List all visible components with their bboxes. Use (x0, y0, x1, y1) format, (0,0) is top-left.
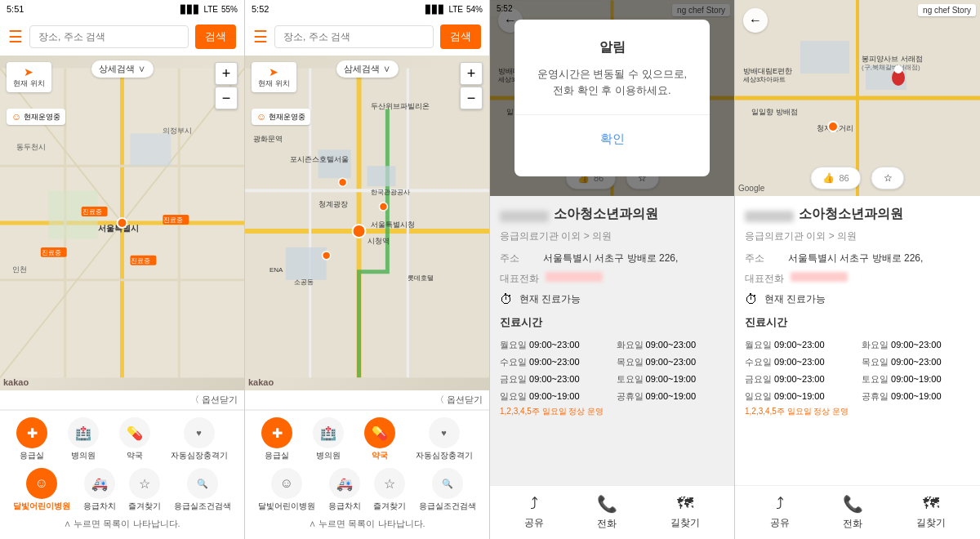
clinic-btn-1[interactable]: 🏥 병의원 (68, 417, 99, 461)
favorites-label-1: 즐겨찾기 (128, 501, 161, 512)
google-logo-4: Google (738, 184, 764, 193)
pharmacy-btn-2[interactable]: 💊 약국 (364, 417, 395, 461)
child-hospital-icon-2: ☺ (271, 468, 302, 499)
favorites-btn-1[interactable]: ☆ 즐겨찾기 (128, 468, 161, 512)
pharmacy-label-1: 약국 (127, 450, 143, 461)
ambulance-icon-1: 🚑 (84, 468, 115, 499)
time-1: 5:51 (7, 4, 24, 14)
svg-text:일일향 방배점: 일일향 방배점 (751, 108, 798, 116)
map-actions-4: 👍 86 ☆ (810, 167, 904, 189)
clinic-type-3: 응급의료기관 이외 > 의원 (500, 229, 724, 243)
zoom-in-1[interactable]: + (215, 62, 238, 85)
phone-row-4: 대표전화 (745, 272, 970, 286)
svg-point-45 (339, 178, 347, 186)
svg-text:진료중: 진료중 (42, 249, 61, 256)
current-location-label-1: 현재 위치 (13, 78, 45, 89)
directions-btn-4[interactable]: 🗺 길찾기 (916, 494, 946, 531)
time-2: 5:52 (252, 4, 269, 14)
bookmark-btn-4[interactable]: ☆ (871, 167, 905, 189)
like-btn-4[interactable]: 👍 86 (810, 167, 861, 189)
map-area-2[interactable]: 두산위브파빌리온 포시즌스호텔서울 서울특별시청 청계광장 한국관광공사 ENA… (245, 56, 489, 390)
battery-icon-2: 54% (466, 5, 483, 14)
pharmacy-btn-1[interactable]: 💊 약국 (119, 417, 150, 461)
svg-text:진료중: 진료중 (82, 208, 102, 216)
status-bar-1: 5:51 ▊▊▊ LTE 55% (0, 0, 244, 18)
ambulance-label-1: 응급차치 (83, 501, 116, 512)
hamburger-icon-1[interactable]: ☰ (8, 27, 23, 47)
clinic-name-blurred-3 (500, 211, 549, 222)
aed-btn-2[interactable]: ♥ 자동심장충격기 (416, 417, 473, 461)
schedule-grid-4: 월요일 09:00~23:00 화요일 09:00~23:00 수요일 09:0… (745, 336, 970, 403)
back-btn-4[interactable]: ← (743, 8, 768, 33)
map-area-1[interactable]: 동두천시 의정부시 서울특별시 인천 진료중 진료중 진료중 진료중 상세검색 … (0, 56, 244, 390)
alert-confirm-btn-3[interactable]: 확인 (531, 122, 693, 157)
ambulance-btn-2[interactable]: 🚑 응급차치 (328, 468, 361, 512)
options-bar-1[interactable]: 〈 옵션닫기 (0, 390, 244, 410)
search-button-2[interactable]: 검색 (440, 24, 481, 49)
favorites-label-2: 즐겨찾기 (373, 501, 406, 512)
emergency-filter-btn-2[interactable]: 🔍 응급실조건검색 (419, 468, 476, 512)
like-count-4: 86 (839, 173, 849, 183)
share-btn-3[interactable]: ⤴ 공유 (524, 494, 544, 531)
schedule-row-thu-3: 목요일 09:00~23:00 (617, 354, 725, 368)
schedule-row-mon-3: 월요일 09:00~23:00 (500, 336, 608, 351)
zoom-out-1[interactable]: − (215, 87, 238, 109)
location-btn-2[interactable]: ➤ 현재 위치 (252, 62, 296, 92)
address-row-4: 주소 서울특별시 서초구 방배로 226, (745, 252, 970, 265)
svg-point-75 (828, 122, 838, 131)
clinic-label-2: 병의원 (316, 450, 341, 461)
svg-text:세상3차아파트: 세상3차아파트 (743, 76, 786, 83)
child-hospital-icon-1: ☺ (26, 468, 57, 499)
zoom-out-2[interactable]: − (460, 87, 483, 109)
detail-search-btn-2[interactable]: 삼세검색 ∨ (336, 60, 398, 78)
search-button-1[interactable]: 검색 (195, 24, 236, 49)
schedule-grid-3: 월요일 09:00~23:00 화요일 09:00~23:00 수요일 09:0… (500, 336, 724, 403)
clinic-name-3: 소아청소년과의원 (554, 206, 658, 223)
call-btn-4[interactable]: 📞 전화 (843, 494, 863, 531)
available-row-4: ⏱ 현재 진료가능 (745, 292, 970, 307)
svg-rect-33 (286, 247, 327, 280)
bottom-actions-4: ⤴ 공유 📞 전화 🗺 길찾기 (735, 485, 980, 539)
favorites-icon-2: ☆ (374, 468, 405, 499)
search-input-1[interactable] (29, 25, 189, 48)
schedule-note-4: 1,2,3,4,5주 일요일 정상 운영 (745, 406, 970, 417)
chef-story-label-4: ng chef Story (918, 4, 976, 16)
location-btn-1[interactable]: ➤ 현재 위치 (7, 62, 51, 92)
clinic-btn-2[interactable]: 🏥 병의원 (313, 417, 344, 461)
options-hide-2[interactable]: 〈 옵션닫기 (435, 394, 483, 404)
svg-rect-11 (130, 133, 171, 166)
directions-btn-3[interactable]: 🗺 길찾기 (670, 494, 700, 531)
ambulance-btn-1[interactable]: 🚑 응급차치 (83, 468, 116, 512)
clinic-name-blurred-4 (745, 211, 794, 222)
options-hide-1[interactable]: 〈 옵션닫기 (190, 394, 238, 404)
aed-btn-1[interactable]: ♥ 자동심장충격기 (171, 417, 228, 461)
directions-icon-3: 🗺 (677, 494, 693, 513)
schedule-row-wed-3: 수요일 09:00~23:00 (500, 354, 608, 368)
emergency-room-btn-2[interactable]: ✚ 응급실 (261, 417, 292, 461)
child-hospital-btn-1[interactable]: ☺ 달빛어린이병원 (13, 468, 70, 512)
svg-text:소공동: 소공동 (294, 278, 314, 286)
bottom-row2-2: ☺ 달빛어린이병원 🚑 응급차치 ☆ 즐겨찾기 🔍 응급실조건검색 (252, 468, 483, 512)
child-hospital-btn-2[interactable]: ☺ 달빛어린이병원 (258, 468, 315, 512)
hamburger-icon-2[interactable]: ☰ (253, 27, 268, 47)
slide-hint-1: ∧ 누르면 목록이 나타납니다. (7, 515, 238, 532)
emergency-filter-btn-1[interactable]: 🔍 응급실조건검색 (174, 468, 231, 512)
favorites-btn-2[interactable]: ☆ 즐겨찾기 (373, 468, 406, 512)
options-bar-2[interactable]: 〈 옵션닫기 (245, 390, 489, 410)
available-badge-3: 현재 진료가능 (519, 292, 581, 306)
svg-text:(구,북채갈비서래점): (구,북채갈비서래점) (862, 64, 920, 71)
svg-text:한국관광공사: 한국관광공사 (371, 189, 410, 196)
wifi-icon-1: LTE (203, 5, 218, 14)
share-btn-4[interactable]: ⤴ 공유 (770, 494, 790, 531)
aed-label-2: 자동심장충격기 (416, 450, 473, 461)
phone-icon-4: 📞 (843, 494, 863, 514)
child-hospital-label-2: 달빛어린이병원 (258, 501, 315, 512)
directions-label-4: 길찾기 (916, 516, 946, 530)
search-input-2[interactable] (274, 25, 434, 48)
call-btn-3[interactable]: 📞 전화 (597, 494, 617, 531)
slide-hint-2: ∧ 누르면 목록이 나타납니다. (252, 515, 483, 532)
emergency-room-btn-1[interactable]: ✚ 응급실 (16, 417, 47, 461)
detail-search-btn-1[interactable]: 상세검색 ∨ (91, 60, 153, 78)
schedule-row-fri-4: 금요일 09:00~23:00 (745, 371, 853, 385)
zoom-in-2[interactable]: + (460, 62, 483, 85)
